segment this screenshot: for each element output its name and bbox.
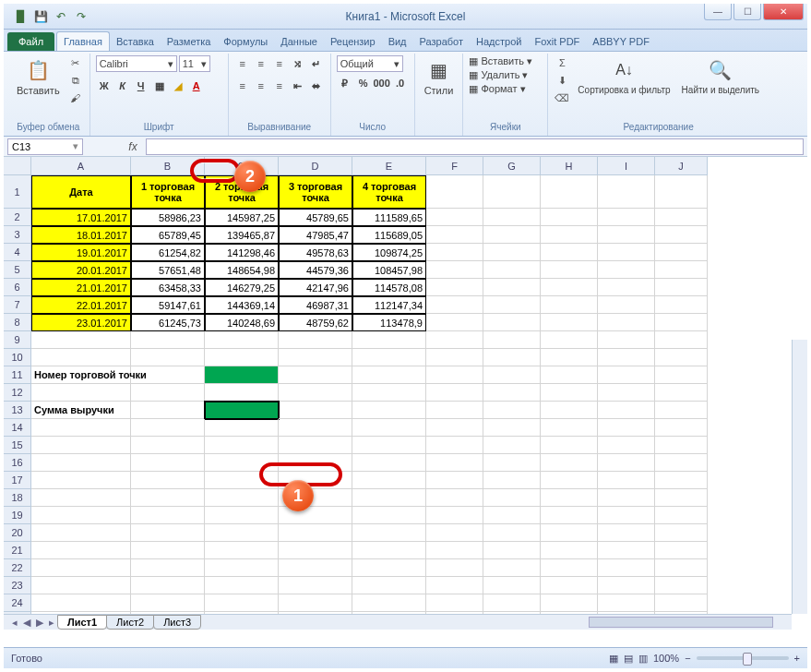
row-header-11[interactable]: 11 — [4, 366, 31, 384]
row-header-3[interactable]: 3 — [4, 226, 31, 244]
cell-F14[interactable] — [426, 419, 483, 437]
row-header-4[interactable]: 4 — [4, 244, 31, 261]
cell-A3[interactable]: 18.01.2017 — [31, 226, 131, 244]
row-header-18[interactable]: 18 — [4, 489, 31, 507]
cell-C5[interactable]: 148654,98 — [205, 261, 279, 279]
align-left-icon[interactable]: ≡ — [234, 78, 251, 94]
cell-B22[interactable] — [131, 559, 205, 577]
paste-button[interactable]: 📋 Вставить — [13, 55, 64, 98]
cell-F8[interactable] — [426, 314, 483, 331]
view-layout-icon[interactable]: ▤ — [624, 653, 633, 665]
cell-E9[interactable] — [352, 331, 426, 349]
close-button[interactable]: ✕ — [763, 4, 804, 20]
cell-H18[interactable] — [541, 489, 598, 507]
cell-I4[interactable] — [598, 244, 655, 261]
format-button[interactable]: ▦ Формат ▾ — [469, 83, 525, 95]
cell-E14[interactable] — [352, 419, 426, 437]
row-header-1[interactable]: 1 — [4, 175, 31, 209]
cell-C24[interactable] — [205, 594, 279, 612]
cell-I17[interactable] — [598, 472, 655, 489]
cell-H13[interactable] — [541, 402, 598, 419]
cell-F6[interactable] — [426, 279, 483, 296]
cell-A18[interactable] — [31, 489, 131, 507]
tab-10[interactable]: ABBYY PDF — [586, 32, 656, 51]
cell-J3[interactable] — [655, 226, 708, 244]
cell-G13[interactable] — [483, 402, 541, 419]
cell-F23[interactable] — [426, 577, 483, 594]
cell-B17[interactable] — [131, 472, 205, 489]
view-normal-icon[interactable]: ▦ — [609, 653, 618, 665]
cell-G21[interactable] — [483, 542, 541, 559]
redo-icon[interactable]: ↷ — [74, 9, 89, 24]
inc-decimal-icon[interactable]: .0 — [392, 75, 409, 91]
zoom-in-icon[interactable]: + — [794, 653, 800, 664]
fill-color-button[interactable]: ◢ — [170, 78, 186, 94]
cell-G1[interactable] — [483, 175, 541, 209]
autosum-icon[interactable]: Σ — [554, 55, 570, 70]
cell-C6[interactable]: 146279,25 — [205, 279, 279, 296]
cell-A20[interactable] — [31, 524, 131, 542]
cell-H4[interactable] — [541, 244, 598, 261]
cell-D11[interactable] — [279, 366, 352, 384]
cell-J17[interactable] — [655, 472, 708, 489]
orientation-icon[interactable]: ⤮ — [290, 55, 306, 72]
zoom-level[interactable]: 100% — [653, 653, 679, 664]
cell-H10[interactable] — [541, 349, 598, 366]
cell-J21[interactable] — [655, 542, 708, 559]
cell-G19[interactable] — [483, 507, 541, 524]
cell-D2[interactable]: 45789,65 — [279, 209, 352, 226]
cell-B4[interactable]: 61254,82 — [131, 244, 205, 261]
cell-E23[interactable] — [352, 577, 426, 594]
currency-icon[interactable]: ₽ — [337, 75, 353, 91]
cell-G22[interactable] — [483, 559, 541, 577]
cell-F16[interactable] — [426, 454, 483, 472]
cell-G16[interactable] — [483, 454, 541, 472]
cell-A16[interactable] — [31, 454, 131, 472]
cell-F1[interactable] — [426, 175, 483, 209]
cell-I6[interactable] — [598, 279, 655, 296]
cell-B16[interactable] — [131, 454, 205, 472]
cell-E21[interactable] — [352, 542, 426, 559]
cell-H2[interactable] — [541, 209, 598, 226]
cell-E17[interactable] — [352, 472, 426, 489]
zoom-out-icon[interactable]: − — [685, 653, 690, 664]
row-header-15[interactable]: 15 — [4, 437, 31, 454]
cell-H8[interactable] — [541, 314, 598, 331]
cell-F2[interactable] — [426, 209, 483, 226]
cell-F24[interactable] — [426, 594, 483, 612]
italic-button[interactable]: К — [114, 78, 131, 94]
cell-C14[interactable] — [205, 419, 279, 437]
col-header-J[interactable]: J — [655, 157, 708, 175]
cell-H16[interactable] — [541, 454, 598, 472]
cell-F9[interactable] — [426, 331, 483, 349]
cell-E15[interactable] — [352, 437, 426, 454]
cell-H19[interactable] — [541, 507, 598, 524]
undo-icon[interactable]: ↶ — [54, 9, 68, 24]
row-header-17[interactable]: 17 — [4, 472, 31, 489]
row-header-6[interactable]: 6 — [4, 279, 31, 296]
cell-I20[interactable] — [598, 524, 655, 542]
format-painter-icon[interactable]: 🖌 — [67, 90, 84, 105]
tab-3[interactable]: Формулы — [217, 32, 274, 51]
cell-B9[interactable] — [131, 331, 205, 349]
tab-8[interactable]: Надстрой — [470, 32, 528, 51]
row-header-21[interactable]: 21 — [4, 542, 31, 559]
cell-E22[interactable] — [352, 559, 426, 577]
indent-dec-icon[interactable]: ⇤ — [290, 78, 306, 94]
sheet-nav-icon[interactable]: ◂ — [9, 617, 20, 629]
cell-A24[interactable] — [31, 594, 131, 612]
cell-G8[interactable] — [483, 314, 541, 331]
cell-D8[interactable]: 48759,62 — [279, 314, 352, 331]
row-header-23[interactable]: 23 — [4, 577, 31, 594]
cell-C8[interactable]: 140248,69 — [205, 314, 279, 331]
cell-E6[interactable]: 114578,08 — [352, 279, 426, 296]
cell-F17[interactable] — [426, 472, 483, 489]
row-header-16[interactable]: 16 — [4, 454, 31, 472]
cell-B13[interactable] — [131, 402, 205, 419]
cut-icon[interactable]: ✂ — [67, 55, 84, 70]
cell-B19[interactable] — [131, 507, 205, 524]
col-header-D[interactable]: D — [279, 157, 352, 175]
percent-icon[interactable]: % — [355, 75, 372, 91]
fx-button[interactable]: fx — [124, 140, 142, 153]
cell-B2[interactable]: 58986,23 — [131, 209, 205, 226]
